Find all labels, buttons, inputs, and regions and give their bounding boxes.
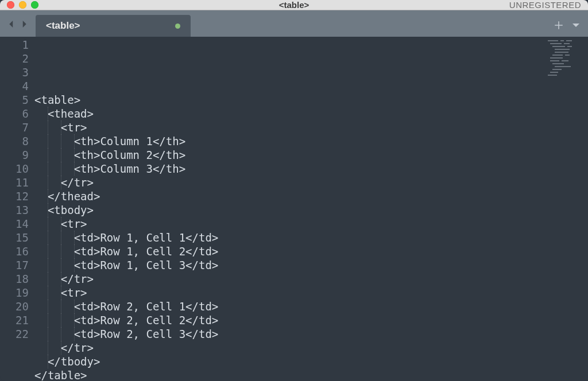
svg-rect-7 [555,49,570,50]
line-number: 4 [0,79,29,93]
line-number: 21 [0,313,29,327]
line-number: 16 [0,244,29,258]
svg-rect-12 [550,60,559,61]
svg-rect-14 [552,63,564,64]
close-window-button[interactable] [7,1,14,9]
file-tab-title: <table> [46,20,167,32]
code-line: </table> [34,368,588,381]
window-traffic-lights [7,1,38,9]
code-line: <tr> [34,217,588,231]
code-line: <tbody> [34,203,588,217]
svg-rect-4 [564,43,570,44]
tab-bar-actions [554,10,588,37]
svg-rect-15 [555,66,571,67]
tab-menu-icon[interactable] [571,20,581,30]
code-line: <thead> [34,107,588,120]
line-number: 19 [0,286,29,300]
code-line: </tr> [34,272,588,286]
code-line: <td>Row 1, Cell 1</td> [34,231,588,244]
code-line: <td>Row 1, Cell 2</td> [34,244,588,258]
code-editor[interactable]: 12345678910111213141516171819202122 <tab… [0,37,588,381]
line-number: 13 [0,203,29,217]
line-number: 10 [0,162,29,176]
svg-rect-0 [548,40,558,41]
svg-rect-3 [550,43,562,44]
line-number: 14 [0,217,29,231]
code-line: <tr> [34,286,588,300]
line-number: 20 [0,300,29,313]
line-number: 17 [0,258,29,272]
minimap[interactable] [547,39,583,79]
code-line: <th>Column 2</th> [34,148,588,162]
line-number: 22 [0,327,29,341]
line-number: 18 [0,272,29,286]
unsaved-indicator-icon [175,24,180,29]
line-number: 5 [0,93,29,107]
new-tab-button[interactable] [554,20,564,30]
tab-bar: <table> [0,10,588,37]
code-line: <table> [34,93,588,107]
code-line: <th>Column 3</th> [34,162,588,176]
registration-status: UNREGISTERED [509,0,581,10]
svg-rect-10 [565,55,570,56]
line-number: 11 [0,176,29,189]
line-number: 7 [0,120,29,134]
code-line: <tr> [34,120,588,134]
svg-rect-18 [548,75,557,76]
back-icon[interactable] [6,19,17,32]
line-number: 8 [0,134,29,148]
svg-rect-1 [560,40,564,41]
code-line: <td>Row 2, Cell 2</td> [34,313,588,327]
svg-rect-6 [567,46,572,47]
forward-icon[interactable] [19,19,29,32]
window-titlebar: <table> UNREGISTERED [0,0,588,10]
line-number: 2 [0,52,29,65]
minimize-window-button[interactable] [19,1,26,9]
window-title: <table> [0,0,588,10]
svg-rect-13 [562,60,568,61]
svg-rect-17 [550,72,558,73]
svg-rect-5 [552,46,565,47]
code-line: </tbody> [34,355,588,368]
svg-rect-16 [552,69,562,70]
line-number: 12 [0,189,29,203]
line-number: 9 [0,148,29,162]
svg-rect-11 [550,57,563,59]
file-tab[interactable]: <table> [36,15,191,37]
line-number: 6 [0,107,29,120]
code-line: </tr> [34,341,588,355]
code-area[interactable]: <table> <thead> <tr> <th>Column 1</th> <… [34,37,588,381]
line-number: 1 [0,38,29,52]
history-nav [0,10,36,37]
line-number: 15 [0,231,29,244]
code-line: <th>Column 1</th> [34,134,588,148]
svg-rect-8 [555,52,568,53]
code-line: <td>Row 2, Cell 3</td> [34,327,588,341]
code-line: <td>Row 2, Cell 1</td> [34,300,588,313]
code-line: <td>Row 1, Cell 3</td> [34,258,588,272]
code-line: </tr> [34,176,588,189]
code-line: </thead> [34,189,588,203]
zoom-window-button[interactable] [31,1,38,9]
line-number: 3 [0,65,29,79]
svg-rect-2 [566,40,572,41]
line-number-gutter: 12345678910111213141516171819202122 [0,37,34,381]
svg-rect-9 [552,55,563,56]
